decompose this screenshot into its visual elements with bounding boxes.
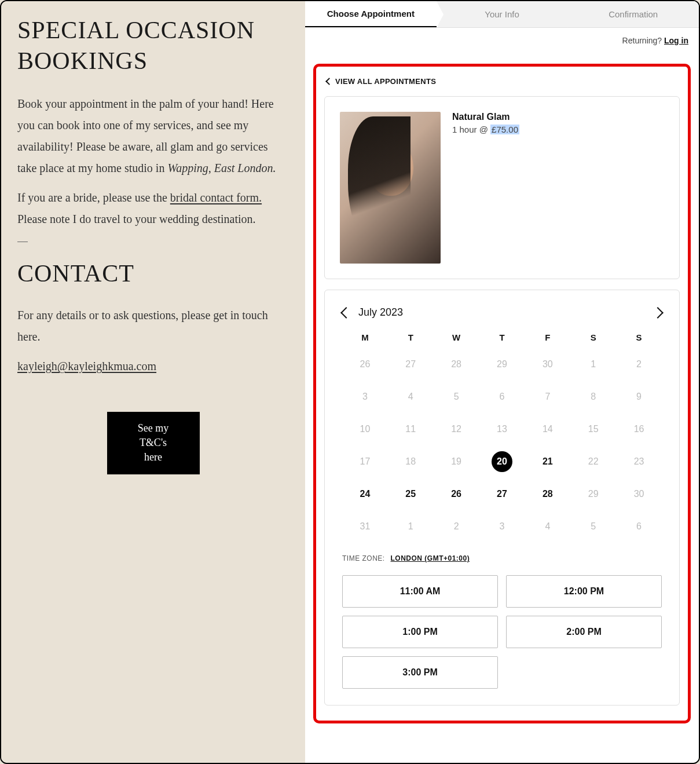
calendar-day: 2 bbox=[629, 354, 650, 375]
step-choose-appointment[interactable]: Choose Appointment bbox=[305, 1, 437, 27]
calendar-day: 16 bbox=[629, 419, 650, 440]
calendar-dow: T bbox=[479, 332, 525, 342]
calendar-dow: M bbox=[342, 332, 388, 342]
calendar-day: 4 bbox=[400, 386, 421, 407]
calendar-day: 29 bbox=[583, 484, 604, 505]
calendar-day: 8 bbox=[583, 386, 604, 407]
calendar-day: 12 bbox=[446, 419, 467, 440]
page-title: SPECIAL OCCASION BOOKINGS bbox=[17, 15, 289, 76]
next-month-button[interactable] bbox=[652, 307, 664, 319]
time-slots: 11:00 AM12:00 PM1:00 PM2:00 PM3:00 PM bbox=[342, 575, 662, 689]
calendar-dow: W bbox=[434, 332, 479, 342]
calendar-dow: T bbox=[388, 332, 434, 342]
calendar-day: 7 bbox=[537, 386, 558, 407]
calendar-dow: F bbox=[525, 332, 570, 342]
time-slot[interactable]: 1:00 PM bbox=[342, 616, 498, 648]
calendar-day[interactable]: 24 bbox=[354, 484, 375, 505]
calendar-day: 10 bbox=[354, 419, 375, 440]
calendar-day: 3 bbox=[492, 516, 512, 537]
highlight-box: VIEW ALL APPOINTMENTS Natural Glam 1 hou… bbox=[313, 64, 691, 723]
service-meta: 1 hour @ £75.00 bbox=[452, 125, 664, 134]
calendar-day: 31 bbox=[354, 516, 375, 537]
calendar-day: 4 bbox=[537, 516, 558, 537]
step-your-info: Your Info bbox=[437, 1, 568, 27]
calendar-day: 5 bbox=[583, 516, 604, 537]
calendar-day[interactable]: 25 bbox=[400, 484, 421, 505]
contact-email-link[interactable]: kayleigh@kayleighkmua.com bbox=[17, 360, 156, 372]
calendar-day: 9 bbox=[629, 386, 650, 407]
calendar-day: 14 bbox=[537, 419, 558, 440]
bride-paragraph: If you are a bride, please use the brida… bbox=[17, 187, 289, 230]
prev-month-button[interactable] bbox=[340, 307, 352, 319]
calendar-day: 1 bbox=[583, 354, 604, 375]
timezone-select[interactable]: LONDON (GMT+01:00) bbox=[391, 554, 470, 562]
calendar-day: 13 bbox=[492, 419, 512, 440]
info-panel: SPECIAL OCCASION BOOKINGS Book your appo… bbox=[1, 1, 305, 763]
service-price: £75.00 bbox=[490, 125, 519, 134]
calendar-day[interactable]: 26 bbox=[446, 484, 467, 505]
time-slot[interactable]: 3:00 PM bbox=[342, 656, 498, 689]
step-confirmation: Confirmation bbox=[567, 1, 699, 27]
terms-button[interactable]: See my T&C's here bbox=[107, 412, 200, 474]
service-photo bbox=[340, 112, 441, 264]
time-slot[interactable]: 11:00 AM bbox=[342, 575, 498, 608]
calendar-day[interactable]: 27 bbox=[492, 484, 512, 505]
service-card: Natural Glam 1 hour @ £75.00 bbox=[324, 96, 680, 279]
calendar-card: July 2023 MTWTFSS26272829301234567891011… bbox=[324, 290, 680, 705]
calendar-day: 27 bbox=[400, 354, 421, 375]
view-all-appointments-link[interactable]: VIEW ALL APPOINTMENTS bbox=[327, 77, 436, 86]
service-name: Natural Glam bbox=[452, 112, 664, 122]
calendar-day: 18 bbox=[400, 451, 421, 472]
contact-body: For any details or to ask questions, ple… bbox=[17, 305, 289, 348]
calendar-day: 6 bbox=[492, 386, 512, 407]
timezone-row: TIME ZONE: LONDON (GMT+01:00) bbox=[342, 554, 662, 562]
time-slot[interactable]: 2:00 PM bbox=[506, 616, 662, 648]
calendar-day: 30 bbox=[537, 354, 558, 375]
calendar-day[interactable]: 28 bbox=[537, 484, 558, 505]
calendar-day: 3 bbox=[354, 386, 375, 407]
intro-paragraph: Book your appointment in the palm of you… bbox=[17, 93, 289, 179]
calendar-day: 29 bbox=[492, 354, 512, 375]
calendar-grid: MTWTFSS262728293012345678910111213141516… bbox=[342, 332, 662, 537]
calendar-day: 23 bbox=[629, 451, 650, 472]
booking-widget: Choose Appointment Your Info Confirmatio… bbox=[305, 1, 699, 763]
calendar-day: 19 bbox=[446, 451, 467, 472]
calendar-day: 26 bbox=[354, 354, 375, 375]
calendar-day: 17 bbox=[354, 451, 375, 472]
calendar-day: 15 bbox=[583, 419, 604, 440]
divider bbox=[17, 242, 28, 242]
calendar-day[interactable]: 21 bbox=[537, 451, 558, 472]
calendar-day[interactable]: 20 bbox=[492, 451, 512, 472]
calendar-day: 2 bbox=[446, 516, 467, 537]
bridal-contact-link[interactable]: bridal contact form. bbox=[170, 191, 262, 204]
calendar-dow: S bbox=[616, 332, 662, 342]
chevron-left-icon bbox=[325, 78, 333, 85]
calendar-day: 1 bbox=[400, 516, 421, 537]
month-label: July 2023 bbox=[358, 306, 403, 319]
stepper: Choose Appointment Your Info Confirmatio… bbox=[305, 1, 699, 28]
time-slot[interactable]: 12:00 PM bbox=[506, 575, 662, 608]
calendar-dow: S bbox=[570, 332, 616, 342]
calendar-day: 5 bbox=[446, 386, 467, 407]
calendar-day: 28 bbox=[446, 354, 467, 375]
calendar-day: 30 bbox=[629, 484, 650, 505]
calendar-day: 6 bbox=[629, 516, 650, 537]
calendar-day: 11 bbox=[400, 419, 421, 440]
returning-row: Returning? Log in bbox=[305, 28, 699, 53]
contact-heading: CONTACT bbox=[17, 259, 289, 287]
login-link[interactable]: Log in bbox=[664, 36, 688, 45]
calendar-day: 22 bbox=[583, 451, 604, 472]
